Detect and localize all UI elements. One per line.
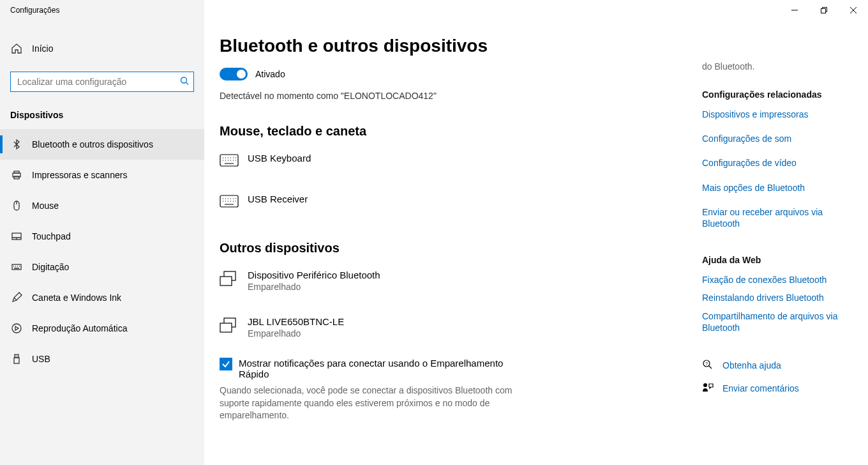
sidebar-item-autoplay[interactable]: Reprodução Automática <box>0 313 204 344</box>
get-help-label: Obtenha ajuda <box>722 360 781 370</box>
device-name: JBL LIVE650BTNC-LE <box>248 316 344 327</box>
keyboard-icon <box>220 154 239 169</box>
section-other-devices: Outros dispositivos <box>220 241 687 255</box>
search-input[interactable] <box>10 72 194 92</box>
sidebar-item-label: USB <box>32 354 50 364</box>
quick-pair-description: Quando selecionada, você pode se conecta… <box>220 385 513 422</box>
related-link[interactable]: Configurações de vídeo <box>702 157 853 169</box>
svg-rect-14 <box>220 277 232 286</box>
sidebar-item-label: Digitação <box>32 262 69 272</box>
device-generic-icon <box>220 271 239 286</box>
main-content: Bluetooth e outros dispositivos Ativado … <box>204 20 702 465</box>
svg-rect-4 <box>14 176 19 179</box>
window-title: Configurações <box>0 0 204 20</box>
quick-pair-checkbox[interactable] <box>220 358 232 370</box>
pen-icon <box>10 291 23 304</box>
autoplay-icon <box>10 322 23 335</box>
keyboard-icon <box>10 261 23 273</box>
discoverable-status: Detectável no momento como "ELONOTLOCADO… <box>220 91 687 101</box>
related-link[interactable]: Configurações de som <box>702 133 853 144</box>
device-name: Dispositivo Periférico Bluetooth <box>248 270 380 280</box>
quick-pair-label: Mostrar notificações para conectar usand… <box>239 358 507 379</box>
touchpad-icon <box>10 230 23 243</box>
printer-icon <box>10 169 23 181</box>
sidebar: Início Dispositivos Bluetooth e outros d… <box>0 20 204 465</box>
svg-rect-7 <box>12 264 21 270</box>
device-item[interactable]: USB Receiver <box>220 188 687 215</box>
feedback-action[interactable]: Enviar comentários <box>702 382 853 395</box>
sidebar-item-mouse[interactable]: Mouse <box>0 190 204 221</box>
sidebar-item-label: Impressoras e scanners <box>32 170 127 180</box>
web-help-head: Ajuda da Web <box>702 255 853 265</box>
device-item[interactable]: USB Keyboard <box>220 148 687 174</box>
related-link[interactable]: Dispositivos e impressoras <box>702 109 853 120</box>
toggle-state-label: Ativado <box>255 69 285 79</box>
related-link[interactable]: Mais opções de Bluetooth <box>702 182 853 194</box>
page-title: Bluetooth e outros dispositivos <box>220 36 687 56</box>
sidebar-item-typing[interactable]: Digitação <box>0 252 204 282</box>
svg-rect-9 <box>15 354 19 358</box>
usb-icon <box>10 353 23 365</box>
sidebar-item-label: Touchpad <box>32 231 71 241</box>
sidebar-item-label: Reprodução Automática <box>32 323 127 333</box>
svg-point-19 <box>703 383 707 387</box>
section-mouse-keyboard: Mouse, teclado e caneta <box>220 124 687 139</box>
maximize-button[interactable] <box>809 0 839 20</box>
minimize-button[interactable] <box>780 0 809 20</box>
related-link[interactable]: Enviar ou receber arquivos via Bluetooth <box>702 206 853 229</box>
svg-rect-16 <box>220 323 232 332</box>
sidebar-item-touchpad[interactable]: Touchpad <box>0 221 204 252</box>
bluetooth-toggle[interactable] <box>220 68 248 80</box>
sidebar-item-bluetooth[interactable]: Bluetooth e outros dispositivos <box>0 129 204 160</box>
feedback-label: Enviar comentários <box>722 383 799 393</box>
help-link[interactable]: Compartilhamento de arquivos via Bluetoo… <box>702 310 853 333</box>
sidebar-item-label: Mouse <box>32 201 59 211</box>
svg-rect-10 <box>14 358 19 363</box>
sidebar-item-label: Caneta e Windows Ink <box>32 293 121 303</box>
help-link[interactable]: Fixação de conexões Bluetooth <box>702 274 853 286</box>
get-help-action[interactable]: ? Obtenha ajuda <box>702 359 853 372</box>
svg-text:?: ? <box>705 362 708 366</box>
sidebar-item-usb[interactable]: USB <box>0 344 204 374</box>
device-status: Emparelhado <box>248 282 380 292</box>
sidebar-item-printers[interactable]: Impressoras e scanners <box>0 160 204 190</box>
titlebar: Configurações <box>0 0 868 20</box>
aside-panel: do Bluetooth. Configurações relacionadas… <box>702 20 868 465</box>
related-settings-head: Configurações relacionadas <box>702 89 853 100</box>
sidebar-item-label: Bluetooth e outros dispositivos <box>32 139 153 149</box>
device-status: Emparelhado <box>248 328 344 339</box>
home-icon <box>10 42 23 55</box>
device-name: USB Receiver <box>248 194 308 204</box>
svg-rect-0 <box>821 9 826 13</box>
device-name: USB Keyboard <box>248 153 311 164</box>
device-generic-icon <box>220 317 239 333</box>
device-item[interactable]: Dispositivo Periférico Bluetooth Emparel… <box>220 264 687 297</box>
help-icon: ? <box>702 359 715 372</box>
svg-point-8 <box>12 324 21 333</box>
home-label: Início <box>32 43 53 54</box>
keyboard-icon <box>220 195 239 210</box>
aside-partial-text: do Bluetooth. <box>702 61 853 72</box>
device-item[interactable]: JBL LIVE650BTNC-LE Emparelhado <box>220 311 687 344</box>
sidebar-item-pen[interactable]: Caneta e Windows Ink <box>0 282 204 313</box>
mouse-icon <box>10 199 23 212</box>
svg-rect-3 <box>14 171 19 173</box>
feedback-icon <box>702 382 715 395</box>
bluetooth-icon <box>10 138 23 151</box>
home-nav[interactable]: Início <box>0 33 204 64</box>
help-link[interactable]: Reinstalando drivers Bluetooth <box>702 292 853 303</box>
sidebar-category: Dispositivos <box>0 105 204 129</box>
close-button[interactable] <box>839 0 868 20</box>
